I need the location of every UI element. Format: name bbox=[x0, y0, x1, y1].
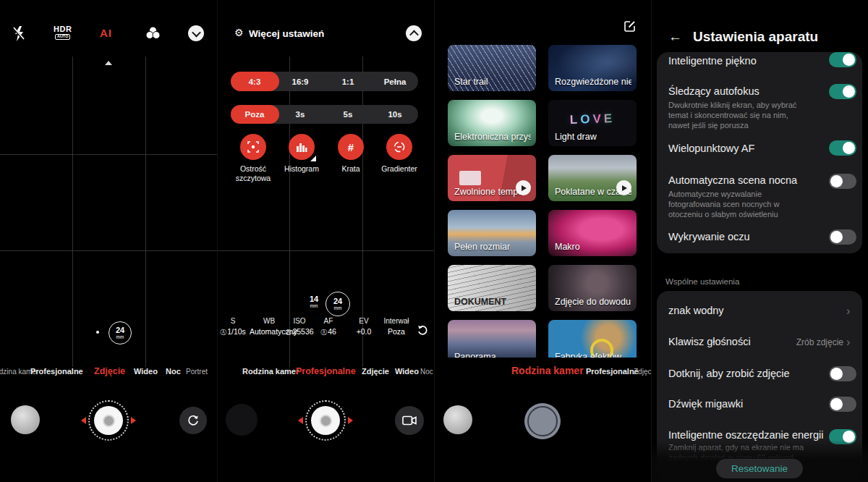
tab-rodzina-kamer-active[interactable]: Rodzina kamer bbox=[511, 365, 584, 376]
setting-watermark: znak wodny bbox=[668, 305, 724, 316]
chevron-up-icon bbox=[409, 30, 419, 39]
grid-line bbox=[72, 56, 73, 367]
neon-love-text: LOVE bbox=[570, 111, 616, 127]
level-gauge-button[interactable] bbox=[386, 134, 412, 160]
shutter-button[interactable] bbox=[305, 400, 346, 441]
toggle-shutter-sound[interactable] bbox=[829, 397, 856, 412]
timer-option-10s[interactable]: 10s bbox=[372, 105, 418, 124]
flash-off-icon[interactable] bbox=[13, 26, 25, 41]
tab-zdjecie-active[interactable]: Zdjęcie bbox=[94, 366, 125, 376]
histogram-button[interactable] bbox=[289, 134, 315, 160]
zoom-24mm-chip[interactable]: 24 mm bbox=[109, 321, 132, 344]
mode-card-slow-motion[interactable]: Zwolnione tempo bbox=[448, 155, 536, 201]
aspect-option-1-1[interactable]: 1:1 bbox=[325, 72, 371, 91]
gallery-thumbnail[interactable] bbox=[226, 404, 258, 436]
toggle-auto-night-scene[interactable] bbox=[829, 174, 856, 189]
timer-option-5s[interactable]: 5s bbox=[325, 105, 371, 124]
tab-portret[interactable]: Portret bbox=[186, 368, 208, 376]
hdr-auto-icon[interactable]: HDR AUTO bbox=[54, 25, 72, 40]
shutter-button[interactable] bbox=[88, 400, 129, 441]
focus-peaking-label: Ostrość szczytowa bbox=[231, 164, 275, 183]
chevron-down-icon bbox=[192, 28, 201, 37]
aspect-option-16-9[interactable]: 16:9 bbox=[277, 72, 323, 91]
filters-icon[interactable] bbox=[145, 26, 161, 40]
gallery-thumbnail[interactable] bbox=[443, 405, 472, 434]
gallery-thumbnail[interactable] bbox=[11, 405, 40, 434]
setting-auto-night-scene-desc: Automatyczne wyzwalanie fotografowania s… bbox=[668, 189, 810, 219]
setting-multipoint-af: Wielopunktowy AF bbox=[668, 143, 754, 154]
toggle-multipoint-af[interactable] bbox=[829, 140, 856, 156]
reset-rotate-icon bbox=[417, 324, 428, 336]
interval-control[interactable]: Interwał Poza bbox=[375, 317, 418, 337]
edit-modes-button[interactable] bbox=[623, 20, 637, 33]
panel-camera-family: Star trail Rozgwieżdżone niebo Elektroni… bbox=[434, 0, 651, 482]
setting-shutter-sound: Dźwięk migawki bbox=[668, 398, 743, 410]
zoom-14mm-option[interactable]: 14 mm bbox=[308, 295, 320, 309]
tab-noc[interactable]: Noc bbox=[166, 367, 181, 376]
shutter-marker-right bbox=[348, 417, 353, 424]
mode-card-light-draw[interactable]: LOVELight draw bbox=[548, 100, 637, 146]
mode-card-macro[interactable]: Makro bbox=[548, 210, 637, 256]
setting-tap-to-shoot: Dotknij, aby zrobić zdjęcie bbox=[668, 368, 790, 379]
panel-more-settings: ⚙ Więcej ustawień 4:3 16:9 1:1 Pełna Poz… bbox=[217, 0, 434, 482]
video-mode-button[interactable] bbox=[395, 406, 424, 435]
timer-selector: Poza 3s 5s 10s bbox=[231, 105, 418, 124]
play-icon bbox=[516, 180, 531, 195]
toggle-smart-beauty[interactable] bbox=[829, 52, 856, 67]
timer-option-3s[interactable]: 3s bbox=[277, 105, 323, 124]
mode-card-full-size[interactable]: Pełen rozmiar bbox=[448, 210, 536, 256]
aspect-option-4-3[interactable]: 4:3 bbox=[231, 72, 278, 91]
focus-peaking-button[interactable] bbox=[240, 134, 266, 160]
grid-toggle-button[interactable]: # bbox=[338, 134, 364, 160]
collapse-settings-button[interactable] bbox=[406, 25, 422, 41]
tab-noc[interactable]: Noc bbox=[420, 368, 433, 376]
expand-arrow-icon[interactable] bbox=[105, 61, 112, 65]
back-icon[interactable]: ← bbox=[668, 29, 682, 45]
camera-app-screens: HDR AUTO AI 24 mm Rodzina kamer Profesjo… bbox=[0, 0, 868, 482]
tab-zdjecie[interactable]: Zdjęcie bbox=[362, 367, 389, 376]
mode-card-starry-sky[interactable]: Rozgwieżdżone niebo bbox=[548, 45, 637, 91]
chevron-right-icon[interactable]: › bbox=[846, 305, 850, 317]
mode-card-electronic-aperture[interactable]: Elektroniczna przysłona bbox=[448, 100, 536, 146]
tab-profesjonalne[interactable]: Profesjonalne bbox=[586, 367, 639, 376]
tab-profesjonalne[interactable]: Profesjonalne bbox=[30, 367, 83, 376]
shutter-button-disabled[interactable] bbox=[524, 403, 561, 439]
tab-wideo[interactable]: Wideo bbox=[134, 367, 158, 376]
mode-card-timelapse[interactable]: Poklatane w czasie bbox=[548, 155, 637, 201]
setting-smart-beauty: Inteligentne piękno bbox=[668, 55, 757, 67]
mode-card-star-trail[interactable]: Star trail bbox=[448, 45, 536, 91]
mode-card-id-photo[interactable]: Zdjęcie do dowodu o… bbox=[548, 265, 637, 311]
tab-rodzina-kamer[interactable]: Rodzina kamer bbox=[242, 367, 299, 376]
timer-option-poza[interactable]: Poza bbox=[231, 105, 278, 124]
toggle-tap-to-shoot[interactable] bbox=[829, 366, 856, 381]
level-gauge-icon bbox=[393, 140, 406, 153]
mode-card-document[interactable]: DOKUMENT bbox=[448, 265, 536, 311]
more-settings-title: Więcej ustawień bbox=[249, 28, 324, 39]
aspect-ratio-selector: 4:3 16:9 1:1 Pełna bbox=[231, 72, 418, 91]
toggle-tracking-af[interactable] bbox=[829, 84, 856, 99]
ai-mode-icon[interactable]: AI bbox=[100, 27, 112, 39]
collapse-panel-button[interactable] bbox=[188, 25, 204, 41]
aspect-option-pelna[interactable]: Pełna bbox=[372, 72, 418, 91]
flip-camera-button[interactable] bbox=[179, 407, 207, 434]
tab-wideo[interactable]: Wideo bbox=[395, 367, 419, 376]
tab-profesjonalne-active[interactable]: Profesjonalne bbox=[296, 366, 356, 376]
grid-line bbox=[217, 250, 434, 251]
hdr-auto-badge: AUTO bbox=[55, 34, 70, 40]
panel-divider bbox=[434, 0, 435, 482]
tab-zdjecie[interactable]: Zdjęcie bbox=[634, 368, 651, 376]
chevron-right-icon[interactable]: › bbox=[846, 337, 850, 348]
camcorder-icon bbox=[402, 415, 417, 426]
reset-button[interactable]: Resetowanie bbox=[716, 459, 803, 478]
zoom-24mm-selected[interactable]: 24 mm bbox=[326, 292, 350, 316]
reset-controls-button[interactable] bbox=[417, 324, 428, 336]
histogram-label: Histogram bbox=[276, 164, 327, 174]
setting-volume-key-value: Zrób zdjęcie bbox=[796, 337, 843, 347]
setting-tracking-af: Śledzący autofokus bbox=[668, 85, 760, 97]
grid-label: Krata bbox=[333, 164, 369, 174]
play-icon bbox=[616, 180, 631, 195]
grid-icon: # bbox=[348, 141, 354, 153]
histogram-active-badge bbox=[310, 156, 316, 161]
toggle-eye-detection[interactable] bbox=[829, 229, 856, 245]
grid-line bbox=[0, 250, 217, 251]
